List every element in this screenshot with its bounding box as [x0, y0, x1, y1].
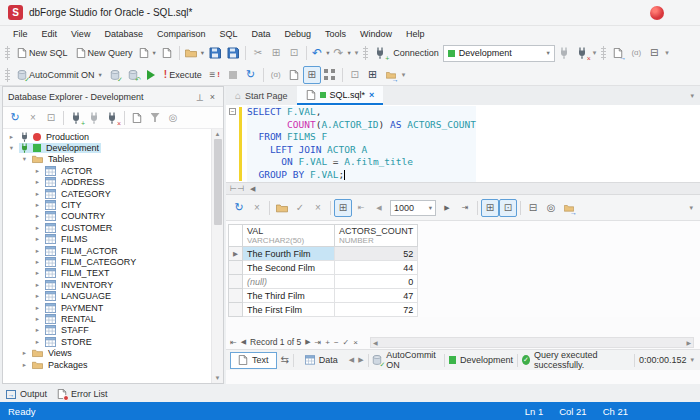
table-row[interactable]: The Second Film44: [229, 261, 418, 275]
scroll-left-icon[interactable]: ◀: [371, 339, 380, 346]
expand-icon[interactable]: ▸: [33, 178, 42, 186]
results-open-button[interactable]: [273, 199, 291, 217]
code-line-5[interactable]: ON F.VAL = A.film_title: [247, 156, 476, 169]
row-selector[interactable]: [229, 275, 243, 289]
query-profiler-button[interactable]: ⊞: [303, 66, 321, 84]
find-in-grid-button[interactable]: ◎: [542, 199, 560, 217]
clipboard-tool-button[interactable]: ⊡: [346, 66, 364, 84]
tree-item-development[interactable]: ▾Development: [3, 142, 223, 153]
row-selector[interactable]: [229, 289, 243, 303]
expand-icon[interactable]: ▸: [7, 133, 16, 141]
next-record-button[interactable]: ▶: [305, 338, 310, 346]
code-line-2[interactable]: COUNT(A.ACTOR_ID) AS ACTORS_COUNT: [247, 119, 476, 132]
tree-item-city[interactable]: ▸CITY: [3, 199, 223, 210]
tree-item-rental[interactable]: ▸RENTAL: [3, 313, 223, 324]
fetch-size-select[interactable]: 1000 ▾: [390, 200, 436, 216]
menu-database[interactable]: Database: [97, 26, 150, 42]
toolbar-grip[interactable]: [5, 46, 10, 60]
expand-icon[interactable]: ▸: [33, 269, 42, 277]
column-header-actors-count[interactable]: ACTORS_COUNT NUMBER: [335, 225, 418, 247]
tab-list-button[interactable]: ▾: [690, 92, 694, 100]
new-query-button[interactable]: New Query: [72, 44, 137, 62]
table-row[interactable]: ▶The Fourth Film52: [229, 247, 418, 261]
redo-button[interactable]: ↷▾: [331, 44, 352, 62]
last-page-button[interactable]: ⇥: [456, 199, 474, 217]
last-record-button[interactable]: ⇥: [315, 338, 322, 347]
new-sql-button[interactable]: New SQL: [13, 44, 72, 62]
tab-error-list[interactable]: Error List: [57, 389, 108, 399]
code-line-1[interactable]: SELECT F.VAL,: [247, 106, 476, 119]
append-record-button[interactable]: +: [325, 338, 330, 347]
connect-button[interactable]: [555, 44, 573, 62]
collapse-icon[interactable]: ▾: [20, 155, 29, 163]
toolbar-grip[interactable]: [5, 68, 10, 82]
disconnect-button[interactable]: ×: [573, 44, 591, 62]
menu-debug[interactable]: Debug: [277, 26, 318, 42]
menu-file[interactable]: File: [6, 26, 35, 42]
expand-icon[interactable]: ▸: [20, 361, 29, 369]
cut-button[interactable]: ✂: [249, 44, 267, 62]
explorer-disconnect-button[interactable]: ×: [103, 109, 121, 127]
menu-help[interactable]: Help: [399, 26, 432, 42]
expand-icon[interactable]: ▸: [33, 247, 42, 255]
close-icon[interactable]: ×: [207, 92, 218, 102]
execute-to-file-button[interactable]: →: [609, 44, 627, 62]
notification-icon[interactable]: [650, 6, 664, 20]
cell-val[interactable]: (null): [243, 275, 335, 289]
cell-actors-count[interactable]: 72: [335, 303, 418, 317]
tree-item-film-text[interactable]: ▸FILM_TEXT: [3, 268, 223, 279]
results-cancel-button[interactable]: ×: [248, 199, 266, 217]
expand-icon[interactable]: ▸: [33, 258, 42, 266]
results-revert-button[interactable]: ×: [309, 199, 327, 217]
tree-item-packages[interactable]: ▸Packages: [3, 359, 223, 370]
tab-output[interactable]: → Output: [6, 389, 47, 399]
expand-icon[interactable]: ▸: [33, 304, 42, 312]
grid-horizontal-scrollbar[interactable]: ◀ ▶: [370, 337, 694, 348]
cell-actors-count[interactable]: 44: [335, 261, 418, 275]
expand-icon[interactable]: ▸: [33, 190, 42, 198]
grid-view-button[interactable]: ⊞: [481, 199, 499, 217]
stop-button[interactable]: [224, 66, 242, 84]
history-button[interactable]: ↻: [242, 66, 260, 84]
editor-results-splitter[interactable]: ⊢⊣ ◀: [226, 182, 700, 195]
tab-text-view[interactable]: Text: [230, 352, 277, 369]
results-post-button[interactable]: ✓: [291, 199, 309, 217]
expand-icon[interactable]: ▸: [33, 292, 42, 300]
tree-item-staff[interactable]: ▸STAFF: [3, 325, 223, 336]
tree-item-films[interactable]: ▸FILMS: [3, 234, 223, 245]
expand-icon[interactable]: ▸: [33, 326, 42, 334]
tree-item-inventory[interactable]: ▸INVENTORY: [3, 279, 223, 290]
expand-icon[interactable]: ▸: [33, 224, 42, 232]
menu-comparison[interactable]: Comparison: [150, 26, 213, 42]
toolbar-overflow-button[interactable]: ▾: [665, 49, 669, 57]
collapse-left-icon[interactable]: ◀: [250, 185, 255, 193]
expand-icon[interactable]: ▸: [33, 212, 42, 220]
close-tab-icon[interactable]: ×: [369, 90, 374, 100]
toolbar-overflow-button[interactable]: ▾: [402, 71, 406, 79]
table-row[interactable]: The Third Film47: [229, 289, 418, 303]
explorer-duplicate-button[interactable]: ⊡: [42, 109, 60, 127]
cell-actors-count[interactable]: 0: [335, 275, 418, 289]
tab-start-page[interactable]: ⌂ Start Page: [226, 86, 297, 105]
code-snippets-button[interactable]: (ɑ): [627, 44, 645, 62]
footer-overflow-button[interactable]: ▾: [690, 356, 694, 364]
code-collapse-icon[interactable]: −: [229, 108, 236, 115]
next-page-button[interactable]: ▶: [438, 199, 456, 217]
row-selector[interactable]: [229, 303, 243, 317]
explorer-options-button[interactable]: ◎: [164, 109, 182, 127]
save-all-button[interactable]: [224, 44, 242, 62]
explorer-delete-button[interactable]: ×: [24, 109, 42, 127]
collapse-icon[interactable]: ▾: [7, 144, 16, 152]
first-record-button[interactable]: ⇤: [230, 338, 237, 347]
tree-item-production[interactable]: ▸Production: [3, 131, 223, 142]
tree-item-film-actor[interactable]: ▸FILM_ACTOR: [3, 245, 223, 256]
expand-icon[interactable]: ▸: [33, 315, 42, 323]
new-connection-button[interactable]: +: [371, 44, 389, 62]
scrollbar-thumb[interactable]: [214, 139, 222, 225]
results-overflow-button[interactable]: ▾: [689, 204, 693, 212]
toolbar-grip[interactable]: [601, 46, 606, 60]
export-tool-button[interactable]: →: [382, 66, 400, 84]
post-edit-button[interactable]: ✓: [343, 338, 350, 347]
tree-item-views[interactable]: ▸Views: [3, 347, 223, 358]
expand-icon[interactable]: ▸: [33, 281, 42, 289]
